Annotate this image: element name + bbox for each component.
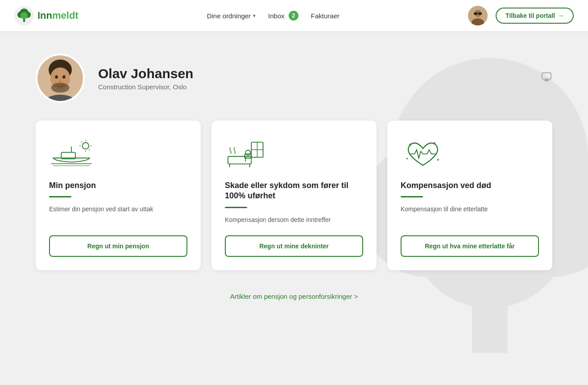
cards-section: Min pensjon Estimer din pensjon ved star… [0, 116, 588, 288]
articles-link[interactable]: Artikler om pensjon og personforsikringe… [230, 293, 358, 300]
main-nav: Dine ordninger ▾ Inbox 2 Fakturaer [207, 11, 340, 21]
svg-point-21 [62, 75, 65, 79]
profile-info: Olav Johansen Construction Supervisor, O… [98, 66, 193, 91]
svg-text:✦: ✦ [436, 157, 440, 162]
back-to-portal-button[interactable]: Tilbake til portall → [496, 8, 574, 24]
inbox-badge: 2 [289, 11, 298, 21]
logo-icon [14, 6, 34, 25]
profile-section: Olav Johansen Construction Supervisor, O… [0, 31, 588, 116]
card-pensjon-button[interactable]: Regn ut min pensjon [49, 235, 187, 257]
svg-point-27 [83, 142, 89, 149]
main-content: Olav Johansen Construction Supervisor, O… [0, 31, 588, 385]
boat-icon [49, 137, 187, 172]
card-pensjon-divider [49, 196, 71, 197]
card-dod-desc: Kompensasjon til dine etterlatte [401, 205, 539, 224]
nav-fakturaer[interactable]: Fakturaer [311, 12, 340, 20]
svg-rect-9 [474, 13, 477, 15]
user-avatar[interactable] [468, 6, 488, 25]
profile-role: Construction Supervisor, Oslo [98, 83, 193, 91]
profile-name: Olav Johansen [98, 66, 193, 81]
articles-link-section: Artikler om pensjon og personforsikringe… [0, 288, 588, 314]
nav-orders[interactable]: Dine ordninger ▾ [207, 12, 256, 20]
logo-text: Innmeldt [37, 10, 79, 21]
svg-rect-24 [542, 73, 551, 79]
svg-line-33 [89, 149, 90, 150]
nav-right: Tilbake til portall → [468, 6, 574, 25]
person-bed-icon [225, 137, 363, 172]
chevron-down-icon: ▾ [253, 13, 256, 19]
profile-avatar [36, 54, 85, 103]
card-skade: Skade eller sykdom som fører til 100% uf… [211, 121, 377, 270]
card-skade-divider [225, 207, 247, 208]
svg-point-20 [55, 75, 58, 79]
svg-point-43 [245, 150, 250, 155]
edit-icon[interactable] [541, 71, 552, 85]
card-skade-desc: Kompensasjon dersom dette inntreffer [225, 215, 363, 225]
arrow-right-icon: → [558, 12, 564, 19]
logo[interactable]: Innmeldt [14, 6, 79, 25]
svg-point-22 [51, 83, 70, 92]
card-skade-button[interactable]: Regn ut mine dekninter [225, 235, 363, 257]
card-pensjon-desc: Estimer din pensjon ved start av uttak [49, 205, 187, 224]
svg-line-32 [81, 141, 82, 142]
card-dod-title: Kompensasjon ved død [401, 180, 539, 191]
svg-rect-41 [228, 156, 252, 164]
card-dod-divider [401, 196, 423, 197]
main-header: Innmeldt Dine ordninger ▾ Inbox 2 Faktur… [0, 0, 588, 31]
card-pensjon: Min pensjon Estimer din pensjon ved star… [36, 121, 201, 270]
heart-icon: ✦ ✦ ✦ ✦ [401, 137, 539, 172]
svg-text:✦: ✦ [406, 156, 409, 160]
svg-rect-10 [478, 13, 482, 15]
card-pensjon-title: Min pensjon [49, 180, 187, 191]
svg-point-5 [21, 12, 28, 19]
card-dod-button[interactable]: Regn ut hva mine etterlatte får [401, 235, 539, 257]
nav-inbox[interactable]: Inbox 2 [268, 11, 298, 21]
card-dod: ✦ ✦ ✦ ✦ Kompensasjon ved død Kompensasjo… [387, 121, 552, 270]
card-skade-title: Skade eller sykdom som fører til 100% uf… [225, 180, 363, 201]
